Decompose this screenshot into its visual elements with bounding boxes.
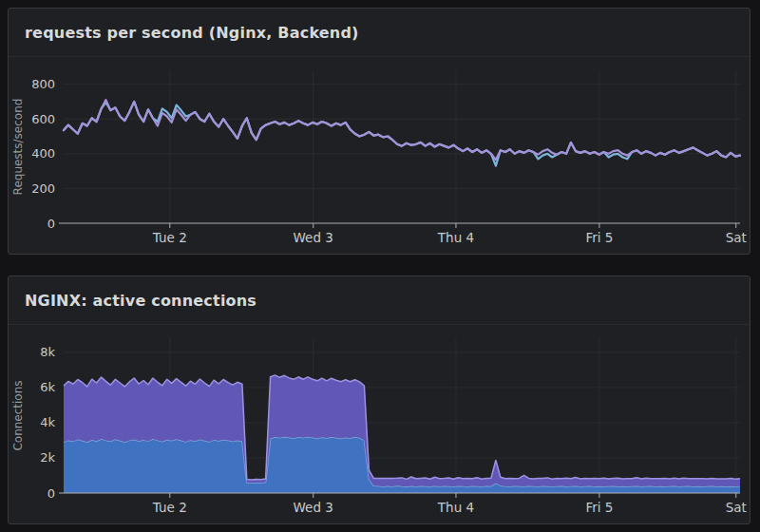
dashboard: requests per second (Nginx, Backend) 020… — [0, 0, 760, 532]
y-tick-label: 0 — [48, 217, 55, 231]
panel-title: NGINX: active connections — [25, 292, 256, 310]
x-axis — [59, 493, 740, 498]
x-tick-label: Fri 5 — [585, 500, 613, 515]
y-axis-title: Connections — [11, 380, 25, 450]
active-connections-chart[interactable]: 02k4k6k8kTue 2Wed 3Thu 4Fri 5SatConnecti… — [9, 325, 750, 522]
x-axis — [59, 223, 740, 228]
y-tick-label: 0 — [48, 486, 55, 501]
x-tick-label: Tue 2 — [152, 500, 187, 515]
x-tick-label: Thu 4 — [437, 500, 474, 515]
y-tick-label: 600 — [31, 112, 55, 126]
panel-header-requests[interactable]: requests per second (Nginx, Backend) — [9, 9, 750, 57]
panel-requests-per-second: requests per second (Nginx, Backend) 020… — [8, 8, 750, 255]
panel-header-connections[interactable]: NGINX: active connections — [9, 276, 750, 325]
y-tick-label: 8k — [40, 345, 55, 359]
y-tick-label: 400 — [31, 146, 55, 161]
x-tick-label: Tue 2 — [152, 230, 187, 245]
axis-labels: 0200400600800Tue 2Wed 3Thu 4Fri 5SatRequ… — [11, 77, 747, 245]
panel-active-connections: NGINX: active connections 02k4k6k8kTue 2… — [8, 276, 750, 524]
panel-title: requests per second (Nginx, Backend) — [25, 24, 359, 42]
requests-chart-area: 0200400600800Tue 2Wed 3Thu 4Fri 5SatRequ… — [9, 57, 750, 252]
y-tick-label: 200 — [31, 181, 55, 196]
y-tick-label: 2k — [40, 450, 55, 465]
series — [64, 375, 740, 493]
x-tick-label: Wed 3 — [294, 500, 333, 515]
requests-per-second-chart[interactable]: 0200400600800Tue 2Wed 3Thu 4Fri 5SatRequ… — [9, 57, 750, 252]
connections-chart-area: 02k4k6k8kTue 2Wed 3Thu 4Fri 5SatConnecti… — [9, 325, 750, 522]
x-tick-label: Sat — [726, 230, 747, 245]
x-tick-label: Thu 4 — [437, 230, 474, 245]
x-tick-label: Sat — [726, 500, 747, 515]
y-tick-label: 6k — [40, 380, 55, 394]
line-Nginx — [64, 100, 740, 160]
y-tick-label: 800 — [31, 77, 55, 91]
line-Backend — [64, 102, 740, 166]
y-axis-title: Requests/second — [11, 99, 25, 196]
x-tick-label: Wed 3 — [294, 230, 333, 245]
x-tick-label: Fri 5 — [585, 230, 613, 245]
series — [64, 100, 740, 166]
y-tick-label: 4k — [40, 415, 55, 429]
